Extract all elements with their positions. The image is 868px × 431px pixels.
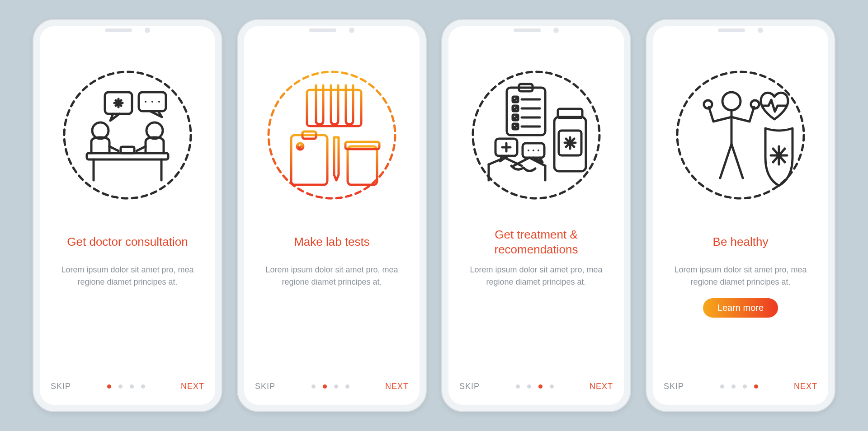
dot[interactable] xyxy=(516,384,520,389)
dot[interactable] xyxy=(334,384,338,389)
camera xyxy=(145,28,150,33)
pagination-dots xyxy=(311,384,349,389)
onboarding-screen-4: Be healthy Lorem ipsum dolor sit amet pr… xyxy=(646,19,835,412)
screen-description: Lorem ipsum dolor sit amet pro, mea regi… xyxy=(251,264,412,288)
screen-title: Get doctor consultation xyxy=(52,227,203,258)
healthy-icon xyxy=(660,52,821,219)
dot[interactable] xyxy=(743,384,747,389)
doctor-consultation-icon xyxy=(47,52,208,219)
pagination-dots xyxy=(516,384,554,389)
skip-button[interactable]: SKIP xyxy=(664,382,684,391)
phone-notch xyxy=(511,27,561,33)
learn-more-button[interactable]: Learn more xyxy=(703,298,778,318)
nav-footer: SKIP NEXT xyxy=(251,382,412,398)
screen-title: Get treatment & recomendations xyxy=(460,227,612,258)
nav-footer: SKIP NEXT xyxy=(456,382,617,398)
screen-title: Make lab tests xyxy=(256,227,408,258)
dot[interactable] xyxy=(345,384,349,389)
nav-footer: SKIP NEXT xyxy=(660,382,821,398)
dot[interactable] xyxy=(323,384,327,389)
pagination-dots xyxy=(107,384,145,389)
dot[interactable] xyxy=(754,384,758,389)
svg-point-53 xyxy=(528,150,529,151)
screen-title: Be healthy xyxy=(665,227,816,258)
next-button[interactable]: NEXT xyxy=(794,382,817,391)
skip-button[interactable]: SKIP xyxy=(51,382,71,391)
screen-description: Lorem ipsum dolor sit amet pro, mea regi… xyxy=(660,264,821,288)
dot[interactable] xyxy=(118,384,123,389)
onboarding-screen-3: Get treatment & recomendations Lorem ips… xyxy=(441,19,631,412)
dot[interactable] xyxy=(107,384,111,389)
svg-point-11 xyxy=(158,101,160,103)
svg-point-9 xyxy=(145,101,146,103)
lab-tests-icon xyxy=(251,52,412,219)
skip-button[interactable]: SKIP xyxy=(459,382,480,391)
camera xyxy=(758,28,763,33)
dot[interactable] xyxy=(550,384,554,389)
next-button[interactable]: NEXT xyxy=(590,382,613,391)
screen-description: Lorem ipsum dolor sit amet pro, mea regi… xyxy=(47,264,208,288)
svg-point-10 xyxy=(151,101,153,103)
svg-point-56 xyxy=(677,72,804,198)
svg-point-57 xyxy=(722,92,741,110)
onboarding-screen-1: Get doctor consultation Lorem ipsum dolo… xyxy=(33,19,222,412)
dot[interactable] xyxy=(538,384,542,389)
pagination-dots xyxy=(720,384,758,389)
dot[interactable] xyxy=(311,384,316,389)
nav-footer: SKIP NEXT xyxy=(47,382,208,398)
phone-notch xyxy=(716,27,765,33)
svg-rect-6 xyxy=(121,147,134,153)
svg-point-55 xyxy=(538,150,539,151)
dot[interactable] xyxy=(527,384,531,389)
onboarding-screen-2: Make lab tests Lorem ipsum dolor sit ame… xyxy=(237,19,427,412)
svg-rect-31 xyxy=(348,146,377,185)
treatment-icon xyxy=(456,52,617,219)
camera xyxy=(349,28,354,33)
next-button[interactable]: NEXT xyxy=(181,382,204,391)
speaker xyxy=(718,28,745,32)
phone-notch xyxy=(103,27,152,33)
camera xyxy=(553,28,559,33)
skip-button[interactable]: SKIP xyxy=(255,382,275,391)
screen-description: Lorem ipsum dolor sit amet pro, mea regi… xyxy=(456,264,617,288)
next-button[interactable]: NEXT xyxy=(385,382,409,391)
speaker xyxy=(105,28,132,32)
svg-point-54 xyxy=(533,150,534,151)
dot[interactable] xyxy=(130,384,134,389)
cta-container: Learn more xyxy=(660,298,821,318)
dot[interactable] xyxy=(141,384,145,389)
dot[interactable] xyxy=(720,384,724,389)
speaker xyxy=(309,28,336,32)
svg-point-0 xyxy=(64,72,191,198)
speaker xyxy=(514,28,541,32)
dot[interactable] xyxy=(731,384,736,389)
phone-notch xyxy=(307,27,357,33)
